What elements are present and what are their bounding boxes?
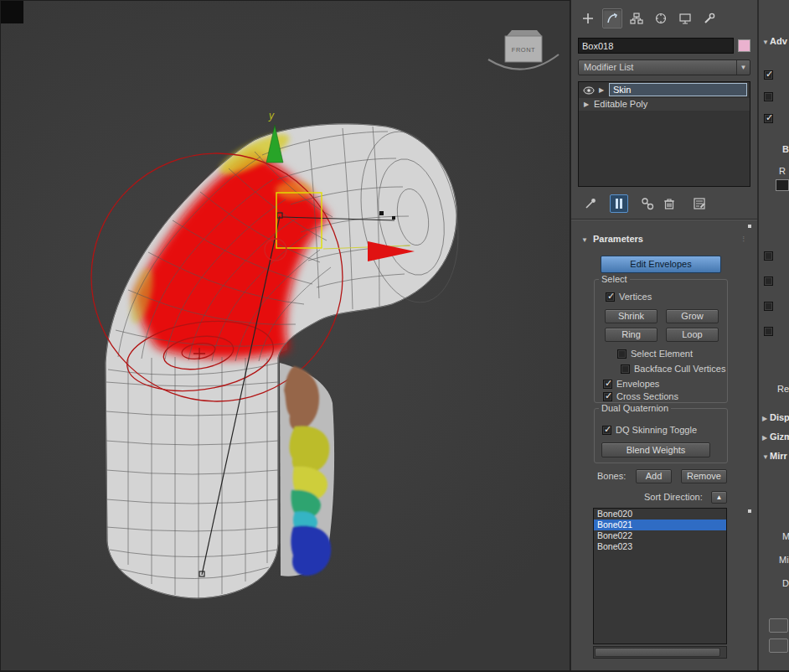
cross-sections-checkbox[interactable] [603,392,612,401]
dq-skinning-checkbox[interactable] [602,426,611,435]
pin-stack-button[interactable] [581,194,600,213]
stack-item-skin[interactable]: ▶ Skin [579,83,750,97]
viewcube[interactable]: FRONT [488,30,559,70]
dropdown-arrow-icon: ▼ [736,60,750,75]
side-button-fragment-2[interactable] [769,638,788,653]
shrink-button[interactable]: Shrink [605,309,658,323]
disp-rollout-title[interactable]: Disp [770,412,789,422]
tab-create[interactable] [578,8,598,28]
tab-display[interactable] [675,8,695,28]
viewport[interactable]: y FRONT [0,0,570,672]
tab-modify[interactable] [602,8,622,28]
sort-direction-label: Sort Direction: [644,492,703,502]
tab-utilities[interactable] [699,8,719,28]
make-unique-icon [640,196,655,211]
blend-weights-button[interactable]: Blend Weights [601,442,710,457]
bone-list-item[interactable]: Bone022 [594,530,726,541]
backface-cull-checkbox[interactable] [621,364,630,374]
viewcube-front-label: FRONT [512,46,535,54]
expand-arrow-icon[interactable]: ▶ [599,86,604,94]
show-end-result-icon [611,196,627,211]
hierarchy-icon [630,12,643,25]
vertex-tick [379,211,384,215]
bone-list-item[interactable]: Bone020 [594,509,726,520]
dual-quaternion-group: Dual Quaternion DQ Skinning Toggle Blend… [594,408,728,463]
create-icon [581,12,595,25]
y-axis-label: y [268,110,275,121]
side-checkbox-6[interactable] [764,302,773,311]
disp-rollout-arrow-icon[interactable]: ▶ [762,415,767,422]
object-name-field[interactable] [578,38,734,54]
side-button-fragment-1[interactable] [769,618,788,633]
configure-modifier-sets-button[interactable] [690,194,709,213]
utilities-icon [703,12,716,25]
backface-cull-label[interactable]: Backface Cull Vertices [634,364,725,374]
side-field-fragment[interactable] [776,179,789,191]
vertex-tick-2 [392,216,395,220]
stack-item-editable-poly-label: Editable Poly [594,99,647,109]
envelopes-checkbox[interactable] [603,380,612,389]
bone-list-hscrollbar[interactable] [593,646,727,659]
show-end-result-button[interactable] [610,194,628,213]
side-checkbox-5[interactable] [764,277,773,286]
mirr-rollout-title[interactable]: Mirr [770,451,787,461]
envelopes-label[interactable]: Envelopes [616,379,659,389]
ring-button[interactable]: Ring [605,328,658,342]
make-unique-button[interactable] [638,194,657,213]
rollout-grip-icon: ⁝ [742,234,745,245]
trash-icon [662,196,677,211]
grow-button[interactable]: Grow [666,309,719,323]
side-fragment-m: M [782,531,789,541]
select-element-label[interactable]: Select Element [631,349,693,359]
expand-arrow-icon-2[interactable]: ▶ [584,101,589,108]
bone-list-item[interactable]: Bone023 [594,541,726,552]
modifier-stack[interactable]: ▶ Skin ▶ Editable Poly [578,81,750,187]
pin-stack-icon [583,196,598,211]
side-checkbox-3[interactable] [764,114,773,123]
cross-sections-label[interactable]: Cross Sections [616,391,678,401]
bone-list-item-selected[interactable]: Bone021 [594,520,726,530]
rollout-collapse-icon[interactable]: ▼ [581,236,588,244]
stack-item-editable-poly[interactable]: ▶ Editable Poly [579,98,750,111]
select-element-checkbox[interactable] [617,349,627,359]
remove-modifier-button[interactable] [660,194,678,213]
rollout-title[interactable]: Parameters [593,234,643,244]
side-checkbox-1[interactable] [764,70,773,80]
stack-item-skin-label[interactable]: Skin [609,83,747,96]
tab-hierarchy[interactable] [627,8,647,28]
modify-icon [606,12,619,25]
divider-light [571,220,757,220]
sort-direction-up-button[interactable]: ▲ [711,491,727,504]
display-icon [678,12,692,25]
adv-rollout-arrow-icon[interactable]: ▼ [762,39,769,46]
eye-icon[interactable] [583,86,595,95]
side-checkbox-4[interactable] [764,251,773,261]
viewport-scene: y FRONT [1,1,570,671]
remove-bone-button[interactable]: Remove [681,469,727,483]
gizm-rollout-arrow-icon[interactable]: ▶ [762,434,767,442]
side-fragment-b: B [782,144,789,154]
side-fragment-d: D [782,578,789,588]
mirr-rollout-arrow-icon[interactable]: ▼ [762,453,769,461]
side-checkbox-7[interactable] [764,327,773,336]
object-color-swatch[interactable] [738,39,750,52]
side-fragment-re: Re [777,384,789,394]
loop-button[interactable]: Loop [666,328,719,342]
side-checkbox-2[interactable] [764,92,773,101]
tab-motion[interactable] [651,8,671,28]
vertices-label[interactable]: Vertices [619,292,652,302]
panel-scroll-mark[interactable] [748,225,751,228]
panel-column-divider [757,0,759,672]
vertices-checkbox[interactable] [606,292,615,302]
dq-skinning-label[interactable]: DQ Skinning Toggle [616,425,697,435]
edit-envelopes-button[interactable]: Edit Envelopes [601,256,721,273]
panel-scroll-mark-2[interactable] [748,509,751,513]
modifier-list-dropdown[interactable]: Modifier List ▼ [578,59,750,75]
add-bone-button[interactable]: Add [636,469,672,483]
bone-list[interactable]: Bone020 Bone021 Bone022 Bone023 [593,508,727,644]
max-window: y FRONT [0,0,789,672]
side-fragment-r: R [779,166,786,176]
gizm-rollout-title[interactable]: Gizm [770,432,789,442]
hscrollbar-thumb[interactable] [595,648,720,657]
adv-rollout-title[interactable]: Adv [770,36,787,46]
